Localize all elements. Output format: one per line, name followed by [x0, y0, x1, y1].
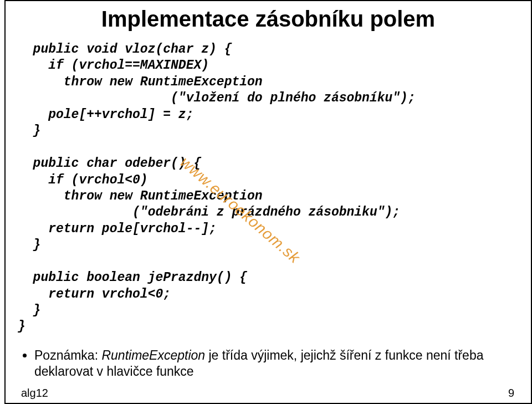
slide-title: Implementace zásobníku polem: [22, 7, 514, 32]
code-line: }: [18, 319, 25, 334]
footer-left: alg12: [21, 387, 48, 399]
slide-page: Implementace zásobníku polem public void…: [0, 0, 532, 404]
code-line: }: [18, 124, 40, 138]
content-frame: Implementace zásobníku polem public void…: [4, 0, 532, 404]
slide-footer: alg12 9: [21, 387, 514, 400]
code-line: if (vrchol==MAXINDEX): [18, 58, 209, 73]
code-line: ("odebráni z prázdného zásobniku");: [18, 205, 400, 219]
footer-page-number: 9: [508, 387, 514, 400]
note-list: Poznámka: RuntimeException je třída výji…: [22, 347, 514, 380]
note-item: Poznámka: RuntimeException je třída výji…: [34, 347, 514, 380]
code-line: if (vrchol<0): [18, 173, 148, 187]
code-line: ("vložení do plného zásobníku");: [18, 91, 416, 105]
code-line: public void vloz(char z) {: [18, 42, 232, 57]
code-line: public boolean jePrazdny() {: [18, 270, 247, 285]
code-line: }: [18, 238, 40, 252]
note-prefix: Poznámka:: [34, 348, 101, 362]
code-line: return vrchol<0;: [18, 287, 171, 301]
code-line: throw new RuntimeException: [18, 75, 263, 89]
code-line: throw new RuntimeException: [18, 189, 263, 203]
note-exception-name: RuntimeException: [101, 348, 205, 362]
code-line: }: [18, 303, 40, 318]
code-block: public void vloz(char z) { if (vrchol==M…: [18, 42, 514, 335]
code-line: return pole[vrchol--];: [18, 222, 217, 236]
code-line: public char odeber() {: [18, 156, 201, 171]
code-line: pole[++vrchol] = z;: [18, 108, 193, 122]
